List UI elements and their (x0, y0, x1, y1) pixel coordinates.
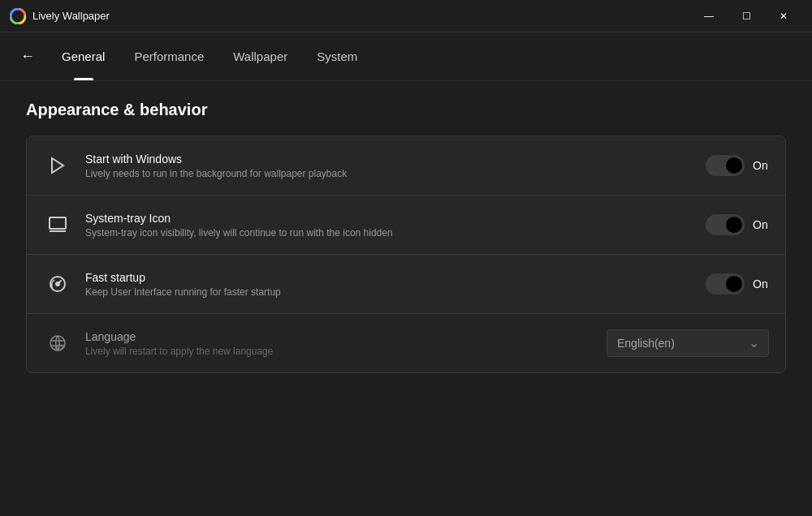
close-button[interactable]: ✕ (765, 4, 802, 28)
setting-row-fast-startup: Fast startup Keep User Interface running… (27, 255, 785, 314)
nav-tabs: General Performance Wallpaper System (49, 32, 370, 80)
settings-list: Start with Windows Lively needs to run i… (26, 135, 786, 373)
language-icon: A字 (43, 329, 72, 358)
toggle-wrapper-start-with-windows: On (706, 155, 769, 176)
toggle-slider-fast-startup (706, 273, 745, 295)
title-bar-controls: — ☐ ✕ (690, 4, 802, 28)
setting-text-language: Language Lively will restart to apply th… (85, 330, 594, 357)
setting-label-start-with-windows: Start with Windows (85, 153, 693, 166)
setting-text-start-with-windows: Start with Windows Lively needs to run i… (85, 153, 693, 179)
toggle-label-start-with-windows: On (753, 159, 769, 172)
app-logo-icon (10, 8, 26, 24)
toggle-label-fast-startup: On (753, 277, 769, 290)
setting-control-language: English(en) French(fr) German(de) Spanis… (607, 329, 769, 357)
setting-label-system-tray-icon: System-tray Icon (85, 212, 693, 225)
toggle-slider-system-tray-icon (706, 214, 745, 235)
tab-general[interactable]: General (49, 32, 118, 80)
setting-desc-start-with-windows: Lively needs to run in the background fo… (85, 168, 693, 179)
svg-rect-2 (50, 217, 66, 229)
setting-control-fast-startup: On (706, 273, 769, 295)
nav-bar: ← General Performance Wallpaper System (0, 32, 812, 81)
back-button[interactable]: ← (13, 42, 42, 71)
maximize-button[interactable]: ☐ (728, 4, 765, 28)
toggle-wrapper-fast-startup: On (706, 273, 769, 295)
setting-desc-system-tray-icon: System-tray icon visibility, lively will… (85, 227, 693, 239)
language-dropdown[interactable]: English(en) French(fr) German(de) Spanis… (607, 329, 769, 357)
toggle-slider-start-with-windows (706, 155, 745, 176)
tab-wallpaper[interactable]: Wallpaper (220, 32, 300, 80)
svg-marker-1 (52, 158, 63, 173)
speedometer-icon (43, 269, 72, 299)
app-title: Lively Wallpaper (32, 10, 110, 22)
setting-desc-fast-startup: Keep User Interface running for faster s… (85, 286, 693, 298)
play-icon (43, 151, 72, 180)
toggle-system-tray-icon[interactable] (706, 214, 745, 235)
toggle-fast-startup[interactable] (706, 273, 745, 295)
main-content: Appearance & behavior Start with Windows… (0, 81, 812, 516)
svg-text:A字: A字 (54, 344, 65, 351)
setting-label-fast-startup: Fast startup (85, 271, 693, 284)
setting-row-start-with-windows: Start with Windows Lively needs to run i… (27, 136, 785, 196)
dropdown-wrapper-language: English(en) French(fr) German(de) Spanis… (607, 329, 769, 357)
minimize-button[interactable]: — (690, 4, 728, 28)
setting-text-fast-startup: Fast startup Keep User Interface running… (85, 271, 693, 298)
toggle-start-with-windows[interactable] (706, 155, 745, 176)
title-bar-left: Lively Wallpaper (10, 8, 110, 24)
setting-text-system-tray-icon: System-tray Icon System-tray icon visibi… (85, 212, 693, 239)
setting-row-language: A字 Language Lively will restart to apply… (27, 314, 785, 372)
setting-label-language: Language (85, 330, 594, 343)
setting-control-system-tray-icon: On (706, 214, 769, 235)
tab-performance[interactable]: Performance (121, 32, 217, 80)
title-bar: Lively Wallpaper — ☐ ✕ (0, 0, 812, 32)
setting-control-start-with-windows: On (706, 155, 769, 176)
tray-icon (43, 210, 72, 239)
section-title: Appearance & behavior (26, 101, 786, 119)
toggle-wrapper-system-tray-icon: On (706, 214, 769, 235)
toggle-label-system-tray-icon: On (753, 218, 769, 231)
tab-system[interactable]: System (304, 32, 370, 80)
setting-desc-language: Lively will restart to apply the new lan… (85, 346, 594, 357)
setting-row-system-tray-icon: System-tray Icon System-tray icon visibi… (27, 196, 785, 255)
